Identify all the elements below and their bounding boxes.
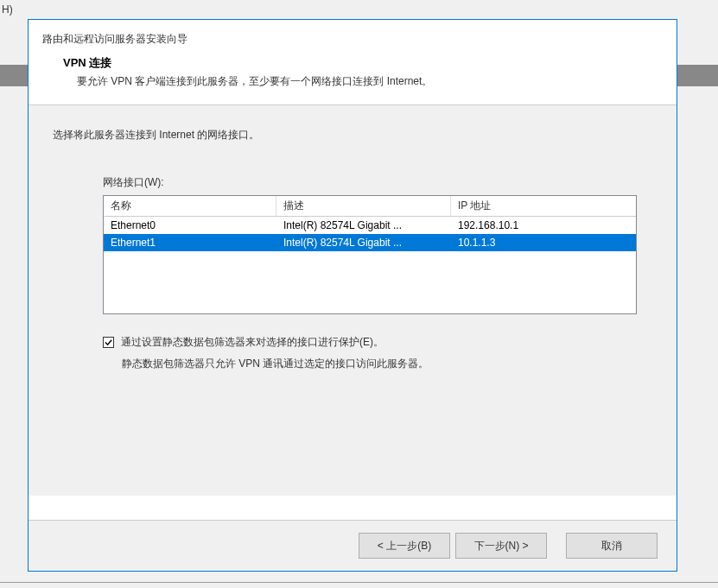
wizard-footer: < 上一步(B) 下一步(N) > 取消 <box>29 520 677 571</box>
network-interface-list[interactable]: 名称 描述 IP 地址 Ethernet0Intel(R) 82574L Gig… <box>103 195 637 314</box>
cell-description: Intel(R) 82574L Gigabit ... <box>276 236 451 250</box>
column-ip[interactable]: IP 地址 <box>451 196 636 216</box>
background-line <box>0 582 718 583</box>
back-button[interactable]: < 上一步(B) <box>359 533 450 559</box>
cell-ip: 192.168.10.1 <box>451 218 636 232</box>
page-description: 要允许 VPN 客户端连接到此服务器，至少要有一个网络接口连接到 Interne… <box>63 74 663 89</box>
side-fragment: H) <box>2 3 13 16</box>
column-description[interactable]: 描述 <box>276 196 451 216</box>
checkmark-icon <box>105 338 112 346</box>
instruction-text: 选择将此服务器连接到 Internet 的网络接口。 <box>53 128 652 142</box>
column-name[interactable]: 名称 <box>104 196 276 216</box>
page-heading: VPN 连接 <box>63 55 663 71</box>
next-button[interactable]: 下一步(N) > <box>455 533 547 559</box>
cancel-button[interactable]: 取消 <box>566 533 658 559</box>
window-title: 路由和远程访问服务器安装向导 <box>42 32 663 47</box>
cell-name: Ethernet1 <box>104 236 276 250</box>
static-filter-label: 通过设置静态数据包筛选器来对选择的接口进行保护(E)。 <box>121 335 384 350</box>
wizard-header: 路由和远程访问服务器安装向导 VPN 连接 要允许 VPN 客户端连接到此服务器… <box>29 20 677 105</box>
wizard-dialog: 路由和远程访问服务器安装向导 VPN 连接 要允许 VPN 客户端连接到此服务器… <box>28 19 677 572</box>
static-filter-checkbox-row: 通过设置静态数据包筛选器来对选择的接口进行保护(E)。 <box>103 335 652 350</box>
wizard-body: 选择将此服务器连接到 Internet 的网络接口。 网络接口(W): 名称 描… <box>29 105 677 496</box>
static-filter-checkbox[interactable] <box>103 337 114 348</box>
table-row[interactable]: Ethernet0Intel(R) 82574L Gigabit ...192.… <box>104 217 636 234</box>
list-label: 网络接口(W): <box>103 175 652 190</box>
cell-description: Intel(R) 82574L Gigabit ... <box>276 218 451 232</box>
table-header: 名称 描述 IP 地址 <box>104 196 636 217</box>
cell-ip: 10.1.1.3 <box>451 236 636 250</box>
cell-name: Ethernet0 <box>104 218 276 232</box>
hint-text: 静态数据包筛选器只允许 VPN 通讯通过选定的接口访问此服务器。 <box>122 357 652 371</box>
table-row[interactable]: Ethernet1Intel(R) 82574L Gigabit ...10.1… <box>104 234 636 251</box>
